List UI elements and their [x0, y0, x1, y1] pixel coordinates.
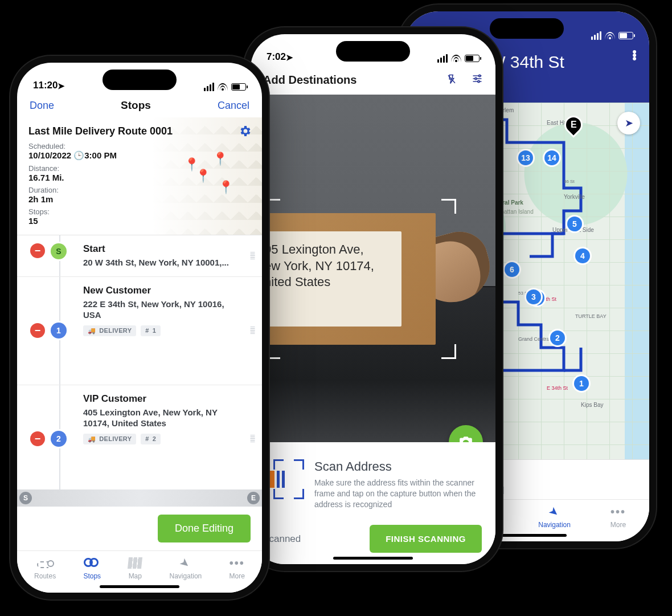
stop-address: 222 E 34th St, New York, NY 10016, USA	[83, 299, 233, 321]
stop-row[interactable]: − 2 VIP Customer 405 Lexington Ave, New …	[17, 385, 262, 490]
stop-marker: 1	[51, 323, 67, 338]
more-icon: •••	[230, 556, 245, 570]
map-stop-pin[interactable]: 13	[518, 150, 533, 165]
map-stop-pin[interactable]: 2	[550, 331, 565, 345]
navigation-street-title: W 34th St	[489, 52, 564, 72]
hash-icon: #	[145, 327, 149, 334]
tab-more[interactable]: ••• More	[229, 556, 244, 580]
filter-icon[interactable]	[472, 73, 483, 87]
camera-viewfinder: 05 Lexington Ave, ew York, NY 10174, nit…	[251, 95, 495, 442]
navbar-title: Stops	[121, 99, 151, 112]
wifi-icon	[218, 83, 228, 91]
scanner-header: Add Destinations	[251, 65, 495, 95]
scrub-start-handle[interactable]: S	[19, 492, 32, 504]
map-stop-pin[interactable]: 4	[575, 248, 590, 263]
battery-icon	[465, 55, 480, 62]
flash-off-icon[interactable]	[446, 73, 457, 85]
stops-navbar: Done Stops Cancel	[17, 93, 262, 117]
tab-routes[interactable]: Routes	[34, 556, 56, 580]
scan-panel-title: Scan Address	[314, 459, 482, 474]
more-options-button[interactable]: •••	[632, 50, 636, 60]
delete-stop-button[interactable]: −	[30, 323, 45, 338]
delete-stop-button[interactable]: −	[30, 431, 45, 446]
signal-icon	[204, 83, 214, 91]
map-stop-pin[interactable]: 14	[544, 150, 559, 165]
status-time: 7:02	[267, 51, 286, 63]
barcode-scanner-icon	[264, 459, 304, 499]
tab-stops[interactable]: Stops	[83, 556, 101, 580]
distance-value: 16.71 Mi.	[28, 173, 251, 182]
stops-list[interactable]: − S Start 20 W 34th St, New York, NY 100…	[17, 235, 262, 489]
svg-point-6	[478, 80, 480, 82]
delete-stop-button[interactable]: −	[30, 243, 45, 258]
stop-marker-start: S	[51, 243, 67, 259]
route-summary-card: Last Mile Delivery Route 0001 Scheduled:…	[17, 117, 262, 235]
hash-icon: #	[145, 435, 149, 442]
stop-title: New Customer	[83, 285, 233, 296]
stops-count-label: Stops:	[28, 207, 251, 216]
navigation-icon: ➤	[177, 554, 194, 572]
map-label: Kips Bay	[581, 402, 603, 408]
stop-row[interactable]: − 1 New Customer 222 E 34th St, New York…	[17, 277, 262, 385]
done-button[interactable]: Done	[30, 100, 54, 112]
drag-handle-icon[interactable]: ≡≡	[250, 435, 253, 442]
map-label: Grand Central	[518, 336, 551, 342]
home-indicator[interactable]	[100, 585, 179, 588]
svg-point-4	[479, 75, 481, 76]
tab-map[interactable]: Map	[128, 556, 142, 580]
route-settings-button[interactable]	[238, 124, 252, 141]
mini-map-pin-icon: 📍	[184, 157, 199, 172]
map-label: 86 St	[564, 179, 575, 184]
tab-more[interactable]: ••• More	[610, 504, 626, 529]
stop-address: 20 W 34th St, New York, NY 10001,...	[83, 257, 233, 268]
stop-title: Start	[83, 243, 233, 255]
truck-icon: 🚚	[88, 327, 96, 334]
map-stop-pin[interactable]: 1	[574, 376, 589, 391]
battery-icon	[231, 83, 246, 91]
scan-panel-body: Make sure the address fits within the sc…	[314, 478, 482, 510]
map-stop-pin[interactable]: 5	[567, 217, 582, 231]
clock-icon: 🕒	[73, 150, 84, 160]
scrub-end-handle[interactable]: E	[247, 492, 260, 504]
map-label: Manhattan Island	[490, 209, 534, 215]
map-label: Yorkville	[564, 194, 585, 200]
stop-address: 405 Lexington Ave, New York, NY 10174, U…	[83, 407, 233, 429]
stop-title: VIP Customer	[83, 393, 233, 405]
scheduled-label: Scheduled:	[28, 142, 251, 150]
duration-label: Duration:	[28, 186, 251, 194]
package-address-label: 05 Lexington Ave, ew York, NY 10174, nit…	[256, 231, 401, 327]
status-time: 11:20	[33, 80, 58, 91]
sequence-tag: #1	[141, 325, 161, 336]
map-label: E 34th St	[547, 385, 568, 391]
tab-navigation[interactable]: ➤ Navigation	[170, 556, 202, 580]
mini-map-pin-icon: 📍	[218, 180, 233, 195]
battery-icon	[618, 32, 633, 39]
phone-notch	[103, 70, 177, 90]
stops-count-value: 15	[28, 216, 251, 226]
location-indicator-icon: ➤	[286, 52, 293, 63]
route-scrubber[interactable]: S E	[17, 489, 262, 507]
finish-scanning-button[interactable]: FINISH SCANNING	[370, 525, 482, 553]
truck-icon: 🚚	[88, 435, 96, 443]
phone-notch	[490, 18, 564, 39]
done-editing-button[interactable]: Done Editing	[158, 515, 251, 542]
map-stop-pin[interactable]: 6	[505, 262, 519, 277]
drag-handle-icon[interactable]: ≡≡	[250, 327, 253, 334]
navigation-icon: ➤	[546, 503, 563, 521]
stops-icon	[84, 557, 101, 569]
home-indicator[interactable]	[333, 557, 413, 560]
package-box: 05 Lexington Ave, ew York, NY 10174, nit…	[251, 213, 436, 345]
map-stop-pin[interactable]: 3	[526, 289, 541, 304]
map-label: Harlem	[495, 107, 514, 113]
map-icon	[128, 557, 142, 569]
signal-icon	[591, 31, 601, 40]
home-indicator[interactable]	[487, 534, 567, 537]
delivery-tag: 🚚DELIVERY	[83, 325, 136, 336]
delivery-tag: 🚚DELIVERY	[83, 434, 136, 444]
map-label: TURTLE BAY	[575, 313, 607, 319]
duration-value: 2h 1m	[28, 194, 251, 204]
drag-handle-icon[interactable]: ≡≡	[250, 252, 253, 259]
cancel-button[interactable]: Cancel	[218, 100, 249, 112]
stop-row[interactable]: − S Start 20 W 34th St, New York, NY 100…	[17, 235, 262, 277]
tab-navigation[interactable]: ➤ Navigation	[538, 504, 571, 529]
